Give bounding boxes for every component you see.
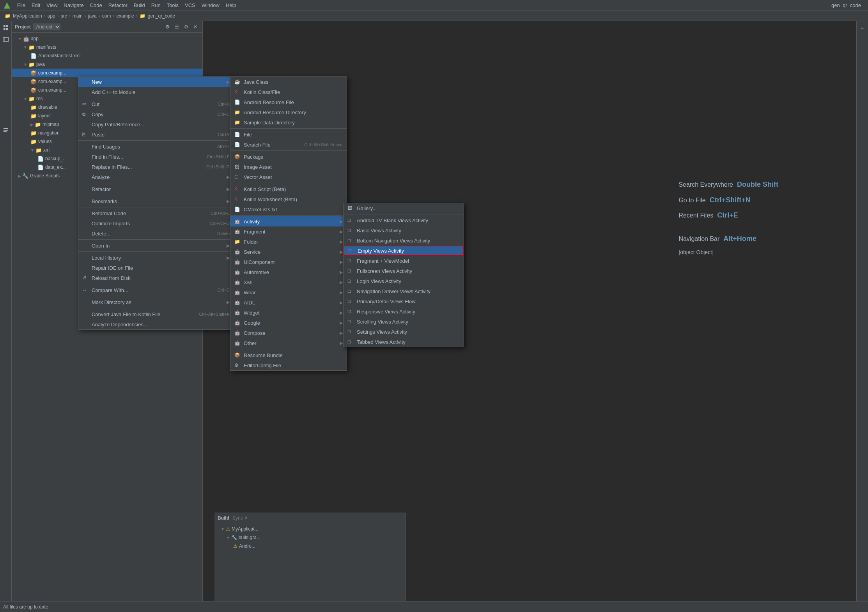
breadcrumb-part-5[interactable]: com: [102, 13, 111, 19]
menu-code[interactable]: Code: [87, 2, 105, 9]
menu-new-package[interactable]: 📦 Package: [230, 152, 347, 162]
menu-window[interactable]: Window: [198, 2, 223, 9]
menu-new-activity[interactable]: 🤖 Activity ▶: [230, 216, 347, 226]
menu-activity-empty-views[interactable]: ☐ Empty Views Activity: [344, 246, 464, 256]
menu-build[interactable]: Build: [131, 2, 148, 9]
menu-new-resource-bundle[interactable]: 📦 Resource Bundle: [230, 350, 347, 360]
menu-activity-gallery[interactable]: 🖼 Gallery...: [344, 203, 464, 213]
menu-new-widget[interactable]: 🤖 Widget ▶: [230, 308, 347, 318]
menu-new-kotlin-class[interactable]: K Kotlin Class/File: [230, 87, 347, 97]
menu-item-open-in[interactable]: Open In ▶: [78, 241, 234, 251]
menu-new-aidl[interactable]: 🤖 AIDL ▶: [230, 297, 347, 308]
menu-new-kotlin-script[interactable]: K Kotlin Script (Beta): [230, 184, 347, 194]
tree-item-manifests[interactable]: ▼ 📁 manifests: [12, 43, 202, 51]
menu-item-analyze-deps[interactable]: Analyze Dependencies...: [78, 319, 234, 329]
menu-item-bookmarks[interactable]: Bookmarks ▶: [78, 196, 234, 206]
menu-item-repair[interactable]: Repair IDE on File: [78, 263, 234, 273]
breadcrumb-part-7[interactable]: gen_qr_code: [148, 13, 175, 19]
menu-new-google[interactable]: 🤖 Google ▶: [230, 318, 347, 328]
menu-item-paste[interactable]: ⎘ Paste Ctrl+V: [78, 129, 234, 140]
menu-new-wear[interactable]: 🤖 Wear ▶: [230, 287, 347, 297]
menu-new-automotive[interactable]: 🤖 Automotive ▶: [230, 267, 347, 277]
panel-collapse-icon[interactable]: ☰: [173, 23, 181, 31]
breadcrumb-part-4[interactable]: java: [88, 13, 97, 19]
menu-tools[interactable]: Tools: [164, 2, 182, 9]
menu-new-folder[interactable]: 📁 Folder ▶: [230, 237, 347, 247]
menu-new-image-asset[interactable]: 🖼 Image Asset: [230, 162, 347, 172]
menu-new-file[interactable]: 📄 File: [230, 129, 347, 140]
menu-refactor[interactable]: Refactor: [105, 2, 131, 9]
menu-item-local-history[interactable]: Local History ▶: [78, 253, 234, 263]
menu-activity-responsive[interactable]: ☐ Responsive Views Activity: [344, 306, 464, 317]
menu-item-compare[interactable]: ↔ Compare With... Ctrl+D: [78, 285, 234, 295]
menu-item-delete[interactable]: Delete... Delete: [78, 228, 234, 239]
build-tree-app[interactable]: ▼ ⚠ MyApplicat...: [214, 525, 405, 533]
menu-item-mark-dir[interactable]: Mark Directory as ▶: [78, 297, 234, 307]
menu-new-xml[interactable]: 🤖 XML ▶: [230, 277, 347, 287]
breadcrumb-part-1[interactable]: app: [48, 13, 55, 19]
build-panel-tab[interactable]: Sync: [232, 515, 243, 521]
panel-settings-icon[interactable]: ⚙: [182, 23, 190, 31]
menu-new-other[interactable]: 🤖 Other ▶: [230, 338, 347, 348]
menu-edit[interactable]: Edit: [28, 2, 43, 9]
menu-view[interactable]: View: [43, 2, 60, 9]
side-icon-project[interactable]: [1, 23, 11, 33]
menu-item-convert-kotlin[interactable]: Convert Java File to Kotlin File Ctrl+Al…: [78, 309, 234, 319]
build-panel-tab-close[interactable]: ✕: [244, 516, 248, 520]
menu-activity-tv-blank[interactable]: ☐ Android TV Blank Views Activity: [344, 215, 464, 225]
tree-item-manifest-xml[interactable]: 📄 AndroidManifest.xml: [12, 51, 202, 60]
menu-item-reload[interactable]: ↺ Reload from Disk: [78, 273, 234, 283]
menu-item-copy[interactable]: ⧉ Copy Ctrl+C: [78, 109, 234, 119]
menu-item-add-cpp[interactable]: Add C++ to Module: [78, 87, 234, 97]
menu-item-replace-files[interactable]: Replace in Files... Ctrl+Shift+R: [78, 162, 234, 172]
menu-item-new[interactable]: New ▶: [78, 77, 234, 87]
menu-new-vector-asset[interactable]: ⬡ Vector Asset: [230, 172, 347, 182]
side-icon-structure[interactable]: [1, 126, 11, 136]
menu-activity-nav-drawer[interactable]: ☐ Navigation Drawer Views Activity: [344, 286, 464, 296]
menu-help[interactable]: Help: [223, 2, 239, 9]
menu-vcs[interactable]: VCS: [182, 2, 198, 9]
menu-item-copy-path[interactable]: Copy Path/Reference...: [78, 119, 234, 129]
menu-item-analyze[interactable]: Analyze ▶: [78, 172, 234, 182]
menu-activity-fullscreen[interactable]: ☐ Fullscreen Views Activity: [344, 266, 464, 276]
tree-item-com1[interactable]: 📦 com.examp...: [12, 69, 202, 77]
tree-item-app[interactable]: ▼ 🤖 app: [12, 34, 202, 43]
menu-file[interactable]: File: [14, 2, 28, 9]
menu-new-fragment[interactable]: 🤖 Fragment ▶: [230, 226, 347, 237]
breadcrumb-part-3[interactable]: main: [73, 13, 83, 19]
build-tree-android[interactable]: ⚠ Andro...: [214, 542, 405, 550]
menu-run[interactable]: Run: [148, 2, 164, 9]
menu-new-compose[interactable]: 🤖 Compose ▶: [230, 328, 347, 338]
breadcrumb-part-0[interactable]: MyApplication: [13, 13, 42, 19]
menu-activity-fragment-viewmodel[interactable]: ☐ Fragment + ViewModel: [344, 256, 464, 266]
menu-activity-settings[interactable]: ☐ Settings Views Activity: [344, 327, 464, 337]
menu-new-cmakelists[interactable]: 📄 CMakeLists.txt: [230, 204, 347, 214]
menu-new-android-resource-file[interactable]: 📄 Android Resource File: [230, 97, 347, 107]
panel-sync-icon[interactable]: ⚙: [163, 23, 171, 31]
menu-new-sample-data-dir[interactable]: 📁 Sample Data Directory: [230, 117, 347, 127]
breadcrumb-part-6[interactable]: example: [116, 13, 134, 19]
build-tree-gradle[interactable]: ▼ 🔧 build.gra...: [214, 533, 405, 542]
menu-activity-tabbed[interactable]: ☐ Tabbed Views Activity: [344, 337, 464, 347]
side-icon-right-1[interactable]: ≡: [857, 23, 868, 33]
menu-new-scratch-file[interactable]: 📄 Scratch File Ctrl+Alt+Shift+Insert: [230, 140, 347, 150]
menu-item-optimize[interactable]: Optimize Imports Ctrl+Alt+O: [78, 218, 234, 228]
panel-close-icon[interactable]: ✕: [191, 23, 199, 31]
breadcrumb-part-2[interactable]: src: [61, 13, 67, 19]
menu-new-uicomponent[interactable]: 🤖 UiComponent ▶: [230, 257, 347, 267]
menu-navigate[interactable]: Navigate: [60, 2, 87, 9]
menu-new-editorconfig[interactable]: ⚙ EditorConfig File: [230, 360, 347, 370]
menu-activity-scrolling[interactable]: ☐ Scrolling Views Activity: [344, 317, 464, 327]
menu-activity-bottom-nav[interactable]: ☐ Bottom Navigation Views Activity: [344, 235, 464, 246]
menu-item-reformat[interactable]: Reformat Code Ctrl+Alt+L: [78, 208, 234, 218]
menu-activity-basic-views[interactable]: ☐ Basic Views Activity: [344, 225, 464, 235]
menu-item-find-usages[interactable]: Find Usages Alt+F7: [78, 142, 234, 152]
menu-item-find-files[interactable]: Find in Files... Ctrl+Shift+F: [78, 152, 234, 162]
menu-new-java-class[interactable]: ☕ Java Class: [230, 77, 347, 87]
menu-new-android-resource-dir[interactable]: 📁 Android Resource Directory: [230, 107, 347, 117]
menu-item-refactor[interactable]: Refactor ▶: [78, 184, 234, 194]
menu-activity-primary-detail[interactable]: ☐ Primary/Detail Views Flow: [344, 296, 464, 306]
side-icon-resource[interactable]: [1, 34, 11, 44]
menu-activity-login[interactable]: ☐ Login Views Activity: [344, 276, 464, 286]
menu-new-service[interactable]: 🤖 Service ▶: [230, 247, 347, 257]
